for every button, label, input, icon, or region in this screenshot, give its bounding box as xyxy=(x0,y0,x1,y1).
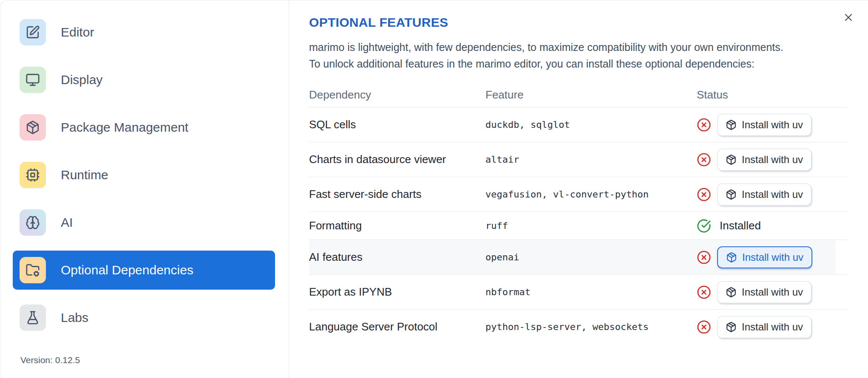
dependency-cell: SQL cells xyxy=(309,118,485,131)
table-row-fast-server-side-charts: Fast server-side chartsvegafusion, vl-co… xyxy=(309,177,848,212)
installed-label: Installed xyxy=(720,219,761,232)
install-button-label: Install with uv xyxy=(742,119,803,131)
table-row-formatting: FormattingruffInstalled xyxy=(309,212,848,240)
column-header-feature: Feature xyxy=(485,88,697,102)
circle-check-icon xyxy=(697,219,711,233)
status-cell: Install with uv xyxy=(697,183,848,206)
feature-cell: vegafusion, vl-convert-python xyxy=(485,189,697,200)
status-cell: Install with uv xyxy=(697,246,848,268)
status-cell: Install with uv xyxy=(697,281,848,303)
column-header-dependency: Dependency xyxy=(309,88,485,102)
circle-x-icon xyxy=(697,187,711,202)
package-icon xyxy=(726,287,737,298)
install-with-uv-button[interactable]: Install with uv xyxy=(717,246,812,268)
cpu-icon xyxy=(20,162,46,188)
sidebar-item-label: Labs xyxy=(61,310,88,325)
panel-title: OPTIONAL FEATURES xyxy=(309,15,848,30)
install-button-label: Install with uv xyxy=(742,286,803,298)
package-icon xyxy=(20,114,46,141)
status-cell: Install with uv xyxy=(697,316,848,338)
description-line: marimo is lightweight, with few dependen… xyxy=(309,39,848,56)
circle-x-icon xyxy=(697,152,711,167)
circle-x-icon xyxy=(697,285,711,299)
circle-x-icon xyxy=(697,320,711,334)
flask-icon xyxy=(20,305,46,331)
sidebar-item-package-management[interactable]: Package Management xyxy=(13,108,275,147)
table-header-row: Dependency Feature Status xyxy=(309,82,848,107)
dependency-cell: Charts in datasource viewer xyxy=(309,153,485,166)
circle-x-icon xyxy=(697,250,711,265)
package-icon xyxy=(726,252,737,263)
dependency-cell: Export as IPYNB xyxy=(309,285,485,299)
install-button-label: Install with uv xyxy=(742,251,803,263)
feature-cell: python-lsp-server, websockets xyxy=(485,322,697,332)
sidebar-item-display[interactable]: Display xyxy=(13,60,275,99)
install-with-uv-button[interactable]: Install with uv xyxy=(717,149,811,171)
install-with-uv-button[interactable]: Install with uv xyxy=(717,281,811,303)
install-with-uv-button[interactable]: Install with uv xyxy=(717,114,811,136)
version-label: Version: 0.12.5 xyxy=(20,355,80,365)
sidebar-item-label: Editor xyxy=(61,25,94,39)
settings-dialog: EditorDisplayPackage ManagementRuntimeAI… xyxy=(0,0,868,378)
feature-cell: altair xyxy=(485,154,697,165)
sidebar-item-label: Runtime xyxy=(61,168,108,182)
feature-cell: nbformat xyxy=(485,287,697,297)
package-icon xyxy=(726,119,737,130)
table-row-ai-features: AI featuresopenaiInstall with uv xyxy=(309,240,848,274)
status-cell: Installed xyxy=(697,219,848,233)
sidebar-item-optional-dependencies[interactable]: Optional Dependencies xyxy=(13,251,275,290)
feature-cell: ruff xyxy=(485,220,697,231)
description-line: To unlock additional features in the mar… xyxy=(309,56,848,72)
sidebar-item-label: Optional Dependencies xyxy=(61,263,193,277)
optional-features-panel: OPTIONAL FEATURES marimo is lightweight,… xyxy=(289,0,868,378)
package-icon xyxy=(726,322,737,333)
close-button[interactable] xyxy=(839,8,858,27)
table-row-export-as-ipynb: Export as IPYNBnbformatInstall with uv xyxy=(309,274,848,309)
brain-icon xyxy=(20,209,46,236)
table-row-language-server-protocol: Language Server Protocolpython-lsp-serve… xyxy=(309,309,848,344)
close-icon xyxy=(842,11,854,25)
monitor-icon xyxy=(20,67,46,93)
sidebar-item-label: AI xyxy=(61,215,73,230)
dependencies-table: Dependency Feature Status SQL cellsduckd… xyxy=(309,82,848,344)
package-icon xyxy=(726,189,737,200)
panel-description: marimo is lightweight, with few dependen… xyxy=(309,39,848,72)
feature-cell: duckdb, sqlglot xyxy=(485,119,697,130)
feature-cell: openai xyxy=(485,252,697,262)
column-header-status: Status xyxy=(697,88,848,102)
install-with-uv-button[interactable]: Install with uv xyxy=(717,183,811,206)
package-icon xyxy=(726,154,737,165)
sidebar-item-label: Package Management xyxy=(61,120,188,135)
table-body: SQL cellsduckdb, sqlglotInstall with uvC… xyxy=(309,107,848,344)
dependency-cell: Formatting xyxy=(309,219,485,232)
dependency-cell: Language Server Protocol xyxy=(309,320,485,333)
dependency-cell: Fast server-side charts xyxy=(309,188,485,201)
sidebar-item-runtime[interactable]: Runtime xyxy=(13,155,275,195)
install-button-label: Install with uv xyxy=(742,189,803,200)
folder-cog-icon xyxy=(20,257,46,283)
sidebar-item-ai[interactable]: AI xyxy=(13,203,275,242)
sidebar-nav: EditorDisplayPackage ManagementRuntimeAI… xyxy=(0,13,289,337)
status-cell: Install with uv xyxy=(697,114,848,136)
settings-sidebar: EditorDisplayPackage ManagementRuntimeAI… xyxy=(0,0,289,378)
table-row-charts-in-datasource-viewer: Charts in datasource vieweraltairInstall… xyxy=(309,142,848,177)
install-with-uv-button[interactable]: Install with uv xyxy=(717,316,811,338)
install-button-label: Install with uv xyxy=(742,321,803,333)
sidebar-item-label: Display xyxy=(61,73,102,87)
square-pen-icon xyxy=(20,19,46,45)
dependency-cell: AI features xyxy=(309,251,485,264)
status-cell: Install with uv xyxy=(697,149,848,171)
sidebar-item-editor[interactable]: Editor xyxy=(13,13,275,52)
sidebar-item-labs[interactable]: Labs xyxy=(13,298,275,337)
table-row-sql-cells: SQL cellsduckdb, sqlglotInstall with uv xyxy=(309,107,848,142)
install-button-label: Install with uv xyxy=(742,154,803,166)
circle-x-icon xyxy=(697,118,711,132)
